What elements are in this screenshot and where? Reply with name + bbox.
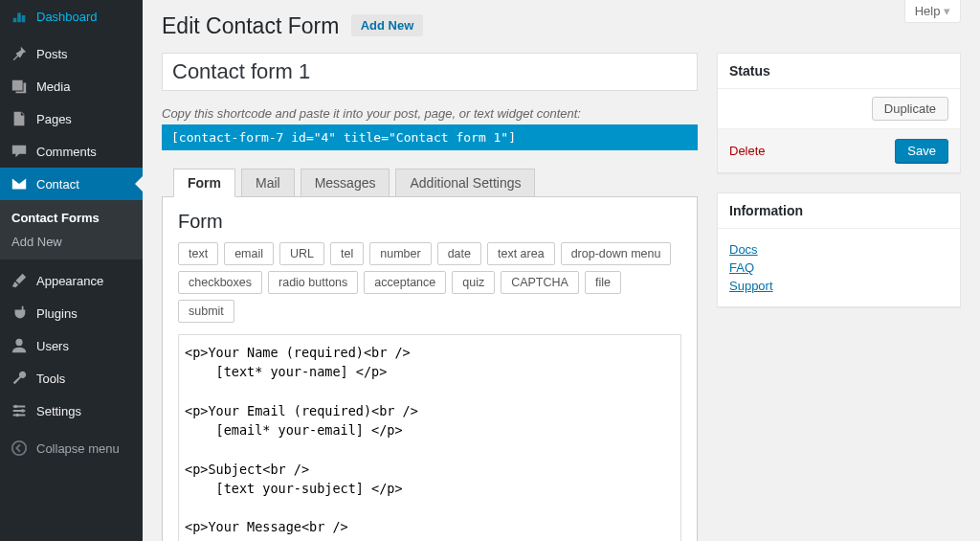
- mail-icon: [10, 174, 29, 193]
- panel-heading: Form: [178, 211, 681, 233]
- tag-btn-date[interactable]: date: [437, 242, 481, 265]
- main-content: Help Edit Contact Form Add New Copy this…: [143, 0, 980, 541]
- menu-plugins[interactable]: Plugins: [0, 297, 143, 329]
- sliders-icon: [10, 401, 29, 420]
- tag-btn-file[interactable]: file: [585, 271, 621, 294]
- tag-generator-row: text email URL tel number date text area…: [178, 242, 681, 323]
- wrench-icon: [10, 369, 29, 388]
- pin-icon: [10, 44, 29, 63]
- tag-btn-number[interactable]: number: [369, 242, 431, 265]
- menu-label: Tools: [36, 372, 65, 386]
- status-title: Status: [718, 54, 960, 89]
- menu-label: Dashboard: [36, 10, 98, 24]
- menu-contact[interactable]: Contact: [0, 168, 143, 200]
- menu-label: Appearance: [36, 274, 103, 288]
- help-tab[interactable]: Help: [904, 0, 961, 23]
- information-postbox: Information Docs FAQ Support: [717, 192, 961, 307]
- delete-link[interactable]: Delete: [729, 144, 766, 158]
- svg-point-4: [12, 441, 26, 455]
- status-postbox: Status Duplicate Delete Save: [717, 53, 961, 173]
- tag-btn-url[interactable]: URL: [279, 242, 324, 265]
- submenu-contact-forms[interactable]: Contact Forms: [0, 206, 143, 230]
- page-title-text: Edit Contact Form: [162, 13, 339, 38]
- menu-dashboard[interactable]: Dashboard: [0, 0, 143, 33]
- dashboard-icon: [10, 7, 29, 26]
- menu-settings[interactable]: Settings: [0, 394, 143, 427]
- menu-tools[interactable]: Tools: [0, 362, 143, 394]
- submenu-contact: Contact Forms Add New: [0, 200, 143, 259]
- menu-label: Contact: [36, 177, 79, 192]
- add-new-button[interactable]: Add New: [351, 14, 424, 36]
- docs-link[interactable]: Docs: [729, 242, 948, 257]
- tag-btn-acceptance[interactable]: acceptance: [364, 271, 446, 294]
- collapse-icon: [10, 439, 29, 458]
- tab-bar: Form Mail Messages Additional Settings: [162, 169, 698, 197]
- admin-sidebar: Dashboard Posts Media Pages Comments Con…: [0, 0, 143, 541]
- tag-btn-dropdown[interactable]: drop-down menu: [561, 242, 672, 265]
- shortcode-field[interactable]: [162, 124, 698, 150]
- tag-btn-tel[interactable]: tel: [330, 242, 364, 265]
- tag-btn-quiz[interactable]: quiz: [452, 271, 495, 294]
- tag-btn-radio[interactable]: radio buttons: [268, 271, 358, 294]
- plug-icon: [10, 304, 29, 323]
- tag-btn-email[interactable]: email: [224, 242, 274, 265]
- support-link[interactable]: Support: [729, 279, 948, 293]
- menu-media[interactable]: Media: [0, 70, 143, 102]
- menu-users[interactable]: Users: [0, 329, 143, 362]
- menu-appearance[interactable]: Appearance: [0, 264, 143, 297]
- pages-icon: [10, 109, 29, 128]
- tag-btn-checkboxes[interactable]: checkboxes: [178, 271, 262, 294]
- submenu-add-new[interactable]: Add New: [0, 230, 143, 254]
- media-icon: [10, 77, 29, 96]
- shortcode-hint: Copy this shortcode and paste it into yo…: [162, 106, 698, 121]
- user-icon: [10, 336, 29, 355]
- information-title: Information: [718, 193, 960, 229]
- tab-additional-settings[interactable]: Additional Settings: [395, 169, 535, 197]
- menu-posts[interactable]: Posts: [0, 37, 143, 70]
- svg-point-2: [21, 409, 25, 413]
- menu-label: Plugins: [36, 306, 78, 321]
- svg-point-0: [15, 339, 22, 346]
- menu-label: Media: [36, 79, 70, 94]
- form-title-input[interactable]: [162, 53, 698, 91]
- duplicate-button[interactable]: Duplicate: [872, 97, 948, 121]
- svg-point-3: [15, 414, 19, 417]
- svg-point-1: [14, 405, 18, 409]
- tag-btn-submit[interactable]: submit: [178, 300, 234, 323]
- form-body-textarea[interactable]: <p>Your Name (required)<br /> [text* you…: [178, 334, 681, 541]
- tab-form[interactable]: Form: [173, 169, 235, 197]
- tab-messages[interactable]: Messages: [301, 169, 390, 197]
- collapse-menu[interactable]: Collapse menu: [0, 432, 143, 464]
- brush-icon: [10, 271, 29, 290]
- menu-label: Posts: [36, 47, 68, 61]
- faq-link[interactable]: FAQ: [729, 260, 948, 275]
- save-button[interactable]: Save: [895, 139, 948, 163]
- menu-pages[interactable]: Pages: [0, 102, 143, 135]
- tag-btn-captcha[interactable]: CAPTCHA: [501, 271, 579, 294]
- tag-btn-textarea[interactable]: text area: [487, 242, 555, 265]
- collapse-label: Collapse menu: [36, 441, 120, 456]
- menu-label: Settings: [36, 404, 81, 418]
- tab-panel-form: Form text email URL tel number date text…: [162, 196, 698, 541]
- tab-mail[interactable]: Mail: [241, 169, 295, 197]
- comments-icon: [10, 142, 29, 161]
- menu-comments[interactable]: Comments: [0, 135, 143, 168]
- menu-label: Pages: [36, 112, 72, 126]
- page-title: Edit Contact Form Add New: [162, 0, 961, 43]
- menu-label: Users: [36, 339, 69, 353]
- tag-btn-text[interactable]: text: [178, 242, 218, 265]
- menu-label: Comments: [36, 145, 97, 159]
